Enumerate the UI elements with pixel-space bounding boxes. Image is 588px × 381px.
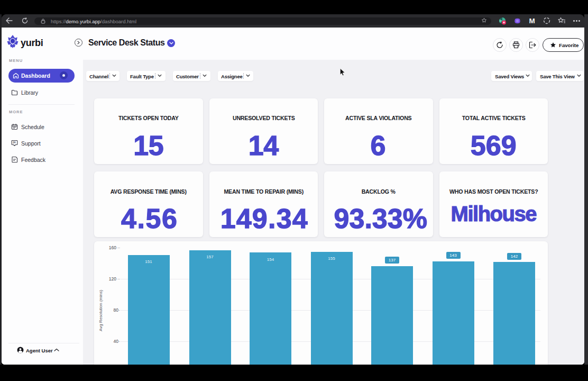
svg-text:24: 24: [13, 141, 16, 144]
